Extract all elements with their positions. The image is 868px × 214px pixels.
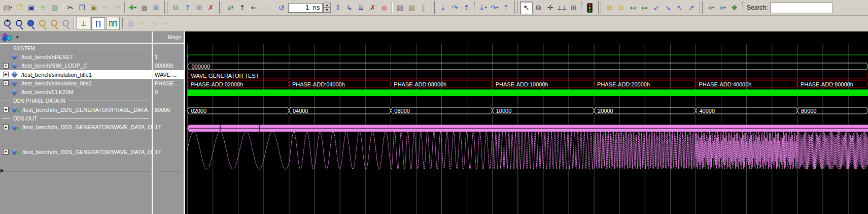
expand-toggle[interactable]: + xyxy=(3,63,9,69)
paste-button[interactable]: ▣ xyxy=(88,2,99,14)
search-input[interactable] xyxy=(770,3,833,13)
next-event-button[interactable]: ¬ xyxy=(148,18,160,29)
step-out-wave-button[interactable]: ⇡ xyxy=(500,2,512,14)
zoom-cursor-button[interactable] xyxy=(37,18,49,29)
expand-toggle[interactable]: + xyxy=(3,125,9,130)
prev-falling-edge-button[interactable]: ↙ xyxy=(650,2,662,14)
undo-button[interactable]: ↶ xyxy=(99,2,111,14)
waveform-canvas[interactable]: 000000WAVE GENERATOR TESTPHASE-ADD:02000… xyxy=(185,32,868,214)
new-file-button[interactable]: ▤▾ xyxy=(2,2,14,14)
select-mode-button[interactable]: ↖ xyxy=(520,2,533,14)
signal-row[interactable]: +/test_bench/SIM_LOOP_C xyxy=(0,62,152,70)
compile-all-button[interactable]: ⊞ xyxy=(193,2,205,14)
run-length-field[interactable] xyxy=(288,3,323,13)
step-out-button[interactable]: ⇡ xyxy=(461,2,472,14)
signal-value[interactable]: PHASE-... xyxy=(153,79,184,87)
expand-time-button[interactable]: »▾ xyxy=(717,2,728,14)
signal-value[interactable]: 0 xyxy=(153,87,184,96)
delete-cursor-button[interactable]: ⊖ xyxy=(615,2,627,14)
select-region-button[interactable]: ▩ xyxy=(125,18,136,29)
expanded-time-delta-button[interactable]: ∏ xyxy=(91,17,105,30)
cursor-timeline-bar-values[interactable] xyxy=(157,171,182,171)
prev-transition-button[interactable]: ↤ xyxy=(627,2,639,14)
add-selected-button[interactable]: ✚▾ xyxy=(127,2,138,14)
continue-run-button[interactable]: ↳ xyxy=(343,2,355,14)
step-over-button[interactable]: ↷ xyxy=(449,2,461,14)
restart-button[interactable]: ↺ xyxy=(275,2,287,14)
zoom-selection-button[interactable] xyxy=(60,18,72,29)
expanded-time-event-button[interactable]: ∏∏ xyxy=(106,17,120,30)
expand-toggle[interactable]: + xyxy=(3,107,9,112)
expand-hierarchy-button[interactable]: ⊞ xyxy=(150,2,162,14)
zoom-in-icon: + xyxy=(6,18,10,23)
back-button[interactable]: ← xyxy=(248,2,260,14)
memory-profile-button[interactable]: ▨ xyxy=(406,2,418,14)
reload-button[interactable]: ≋ xyxy=(37,2,49,14)
compile-button[interactable]: ⧉ xyxy=(170,2,182,14)
signal-value[interactable]: 80000 xyxy=(153,105,184,114)
run-button[interactable]: ⇩ xyxy=(332,2,343,14)
expand-toggle[interactable]: + xyxy=(3,149,9,155)
break-button[interactable]: ✗ xyxy=(367,2,378,14)
zoom-out-button[interactable]: − xyxy=(14,18,25,29)
zoom-full-button[interactable] xyxy=(25,18,37,29)
signal-row[interactable]: +►/test_bench/m_DDS_GENERATOR/PHASE_DATA xyxy=(0,105,152,114)
spinner-down-button[interactable]: ▼ xyxy=(323,8,331,13)
zoom-in-button[interactable]: + xyxy=(2,18,14,29)
next-falling-edge-button[interactable]: ↘ xyxy=(662,2,674,14)
stop-button[interactable]: ● xyxy=(378,2,390,14)
expand-toggle[interactable]: + xyxy=(3,72,9,77)
next-rising-edge-button[interactable]: ↗ xyxy=(685,2,697,14)
pan-mode-button[interactable]: ✛ xyxy=(544,2,556,14)
zoom-mode-button[interactable]: ⧉ xyxy=(533,2,544,14)
signal-value[interactable]: 17 xyxy=(153,123,184,132)
expanded-time-off-button[interactable]: ⊥ xyxy=(77,17,90,30)
group-dropdown-arrow-icon[interactable]: ▼ xyxy=(15,35,19,40)
signal-value[interactable]: 000000 xyxy=(153,62,184,70)
signal-row[interactable]: +/test_bench/simulation_title2 xyxy=(0,79,152,87)
waveform-panel[interactable]: 000000WAVE GENERATOR TESTPHASE-ADD:02000… xyxy=(185,32,868,214)
signal-value[interactable]: 1 xyxy=(153,52,184,61)
cut-button[interactable]: ✂ xyxy=(64,2,76,14)
signal-value[interactable]: WAVE ... xyxy=(153,70,184,79)
signal-value[interactable]: 17 xyxy=(153,132,184,172)
pause-hand-button[interactable]: ‖ xyxy=(418,2,429,14)
insert-cursor-button[interactable]: ⊕ xyxy=(604,2,615,14)
virtual-grid-button[interactable]: ⊞ xyxy=(568,2,579,14)
performance-profile-button[interactable]: ▨ xyxy=(394,2,406,14)
end-simulation-button[interactable]: ✗ xyxy=(205,2,217,14)
up-context-button[interactable]: ↑ xyxy=(236,2,248,14)
expanded-time-icon: ❖ xyxy=(731,4,738,11)
prev-rising-edge-button[interactable]: ↖ xyxy=(674,2,685,14)
run-all-button[interactable]: ⇊ xyxy=(355,2,367,14)
find-button[interactable]: ◎ xyxy=(138,2,150,14)
signal-row[interactable]: +►/test_bench/m_DDS_GENERATOR/WAVE_DATA_… xyxy=(0,123,152,132)
cursor-timeline-bar[interactable] xyxy=(5,171,151,171)
signal-row[interactable]: +/test_bench/simulation_title1 xyxy=(0,70,152,79)
next-transition-button[interactable]: ↦ xyxy=(639,2,650,14)
save-button[interactable]: ▣ xyxy=(25,2,37,14)
signal-row[interactable]: +►/test_bench/m_DDS_GENERATOR/WAVE_DATA_… xyxy=(0,132,152,172)
signal-group-icon[interactable] xyxy=(2,33,13,41)
forward-button[interactable]: → xyxy=(260,2,271,14)
step-into-button[interactable]: ⇣ xyxy=(437,2,449,14)
expand-toggle[interactable]: + xyxy=(3,80,9,86)
zoom-between-cursors-button[interactable] xyxy=(49,18,60,29)
open-file-button[interactable]: ❐ xyxy=(14,2,25,14)
edit-cursors-button[interactable]: ⊥⊥ xyxy=(556,2,568,14)
prev-event-button[interactable]: ⌐ xyxy=(136,18,148,29)
step-over-wave-button[interactable]: ↷▾ xyxy=(489,2,500,14)
copy-button[interactable]: ❐ xyxy=(76,2,88,14)
simulate-button[interactable]: ? xyxy=(182,2,193,14)
stop-draw-button[interactable] xyxy=(584,2,596,14)
environment-link-button[interactable]: ⇄ xyxy=(225,2,236,14)
last-event-button[interactable]: ⌐ xyxy=(160,18,171,29)
collapse-time-button[interactable]: «▾ xyxy=(705,2,717,14)
spinner-up-button[interactable]: ▲ xyxy=(323,3,331,8)
redo-button[interactable]: ↷ xyxy=(111,2,123,14)
print-button[interactable]: ▥ xyxy=(49,2,60,14)
signal-row[interactable]: /test_bench/CLK20M xyxy=(0,87,152,96)
step-into-wave-button[interactable]: ⇣▾ xyxy=(477,2,489,14)
toggle-expanded-time-button[interactable]: ❖ xyxy=(728,2,740,14)
signal-row[interactable]: /test_bench/nRESET xyxy=(0,52,152,61)
